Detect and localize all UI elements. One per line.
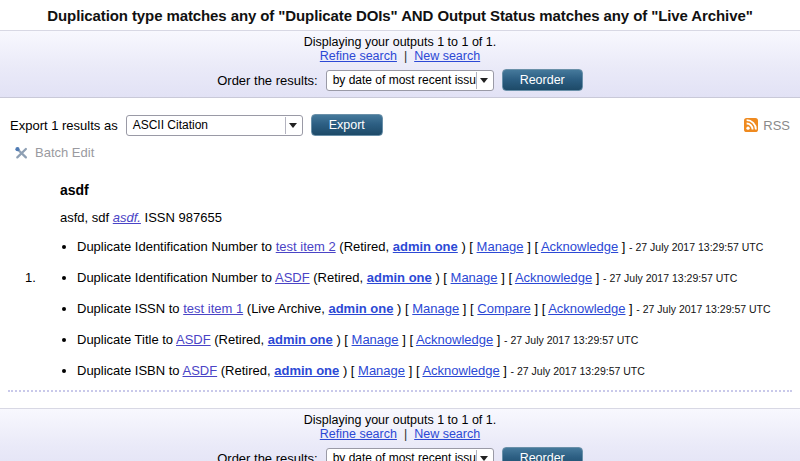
reorder-button[interactable]: Reorder bbox=[502, 447, 583, 461]
link-separator: | bbox=[404, 427, 407, 441]
refine-search-link[interactable]: Refine search bbox=[320, 49, 397, 63]
rss-icon bbox=[744, 118, 758, 132]
pager-panel-bottom: Displaying your outputs 1 to 1 of 1. Ref… bbox=[0, 408, 800, 461]
order-select[interactable]: by date of most recent issue bbox=[326, 448, 494, 461]
owner-link[interactable]: admin one bbox=[268, 332, 333, 347]
duplicate-entry: Duplicate ISBN to ASDF (Retired, admin o… bbox=[77, 363, 800, 379]
duplicate-target-link[interactable]: ASDF bbox=[183, 363, 218, 378]
result-citation: asfd, sdf asdf. ISSN 987655 bbox=[60, 210, 800, 225]
export-format-select[interactable]: ASCII Citation bbox=[126, 115, 303, 136]
reorder-button[interactable]: Reorder bbox=[502, 69, 583, 91]
new-search-link[interactable]: New search bbox=[414, 49, 480, 63]
chevron-down-icon bbox=[285, 117, 300, 134]
citation-title-link[interactable]: asdf. bbox=[113, 210, 141, 225]
owner-link[interactable]: admin one bbox=[328, 301, 393, 316]
citation-authors: asfd, sdf bbox=[60, 210, 113, 225]
result-number: 1. bbox=[25, 270, 36, 285]
order-select[interactable]: by date of most recent issue bbox=[326, 70, 494, 91]
citation-issn: ISSN 987655 bbox=[141, 210, 222, 225]
page-title: Duplication type matches any of "Duplica… bbox=[4, 7, 796, 24]
acknowledge-link[interactable]: Acknowledge bbox=[548, 301, 625, 316]
manage-link[interactable]: Manage bbox=[352, 332, 399, 347]
result-title: asdf bbox=[60, 182, 800, 198]
timestamp: - 27 July 2017 13:29:57 UTC bbox=[629, 241, 763, 253]
export-format-value: ASCII Citation bbox=[127, 118, 285, 132]
owner-link[interactable]: admin one bbox=[393, 239, 458, 254]
duplicate-target-link[interactable]: test item 1 bbox=[183, 301, 243, 316]
export-label: Export 1 results as bbox=[10, 118, 118, 133]
manage-link[interactable]: Manage bbox=[451, 270, 498, 285]
results-count-text: Displaying your outputs 1 to 1 of 1. bbox=[0, 35, 800, 49]
batch-edit-label: Batch Edit bbox=[35, 145, 94, 160]
order-select-value: by date of most recent issue bbox=[327, 73, 476, 87]
order-label: Order the results: bbox=[217, 451, 317, 461]
results-count-text: Displaying your outputs 1 to 1 of 1. bbox=[0, 413, 800, 427]
acknowledge-link[interactable]: Acknowledge bbox=[422, 363, 499, 378]
timestamp: - 27 July 2017 13:29:57 UTC bbox=[636, 303, 770, 315]
compare-link[interactable]: Compare bbox=[477, 301, 530, 316]
new-search-link[interactable]: New search bbox=[414, 427, 480, 441]
acknowledge-link[interactable]: Acknowledge bbox=[416, 332, 493, 347]
pager-panel-top: Displaying your outputs 1 to 1 of 1. Ref… bbox=[0, 30, 800, 98]
order-label: Order the results: bbox=[217, 73, 317, 88]
duplicate-list: Duplicate Identification Number to test … bbox=[60, 239, 800, 379]
owner-link[interactable]: admin one bbox=[367, 270, 432, 285]
pager-links: Refine search|New search bbox=[0, 49, 800, 64]
section-divider bbox=[8, 390, 792, 392]
duplicate-target-link[interactable]: ASDF bbox=[275, 270, 310, 285]
order-row: Order the results: by date of most recen… bbox=[0, 447, 800, 461]
pager-links: Refine search|New search bbox=[0, 427, 800, 442]
timestamp: - 27 July 2017 13:29:57 UTC bbox=[504, 334, 638, 346]
duplicate-target-link[interactable]: test item 2 bbox=[276, 239, 336, 254]
chevron-down-icon bbox=[476, 72, 491, 89]
duplicate-entry: Duplicate Identification Number to test … bbox=[77, 239, 800, 255]
duplicate-entry: Duplicate Title to ASDF (Retired, admin … bbox=[77, 332, 800, 348]
manage-link[interactable]: Manage bbox=[477, 239, 524, 254]
order-select-value: by date of most recent issue bbox=[327, 451, 476, 461]
export-row: Export 1 results as ASCII Citation Expor… bbox=[10, 114, 790, 136]
duplicate-target-link[interactable]: ASDF bbox=[176, 332, 211, 347]
search-result-item: 1. asdf asfd, sdf asdf. ISSN 987655 Dupl… bbox=[60, 182, 800, 379]
chevron-down-icon bbox=[476, 450, 491, 461]
refine-search-link[interactable]: Refine search bbox=[320, 427, 397, 441]
order-row: Order the results: by date of most recen… bbox=[0, 69, 800, 91]
timestamp: - 27 July 2017 13:29:57 UTC bbox=[603, 272, 737, 284]
rss-label: RSS bbox=[763, 118, 790, 133]
owner-link[interactable]: admin one bbox=[274, 363, 339, 378]
duplicate-entry: Duplicate Identification Number to ASDF … bbox=[77, 270, 800, 286]
manage-link[interactable]: Manage bbox=[358, 363, 405, 378]
acknowledge-link[interactable]: Acknowledge bbox=[515, 270, 592, 285]
timestamp: - 27 July 2017 13:29:57 UTC bbox=[511, 365, 645, 377]
link-separator: | bbox=[404, 49, 407, 63]
duplicate-entry: Duplicate ISSN to test item 1 (Live Arch… bbox=[77, 301, 800, 317]
batch-edit-button[interactable]: Batch Edit bbox=[14, 145, 800, 160]
tools-icon bbox=[14, 146, 29, 160]
manage-link[interactable]: Manage bbox=[412, 301, 459, 316]
export-button[interactable]: Export bbox=[311, 114, 383, 136]
acknowledge-link[interactable]: Acknowledge bbox=[541, 239, 618, 254]
rss-link[interactable]: RSS bbox=[744, 118, 790, 133]
